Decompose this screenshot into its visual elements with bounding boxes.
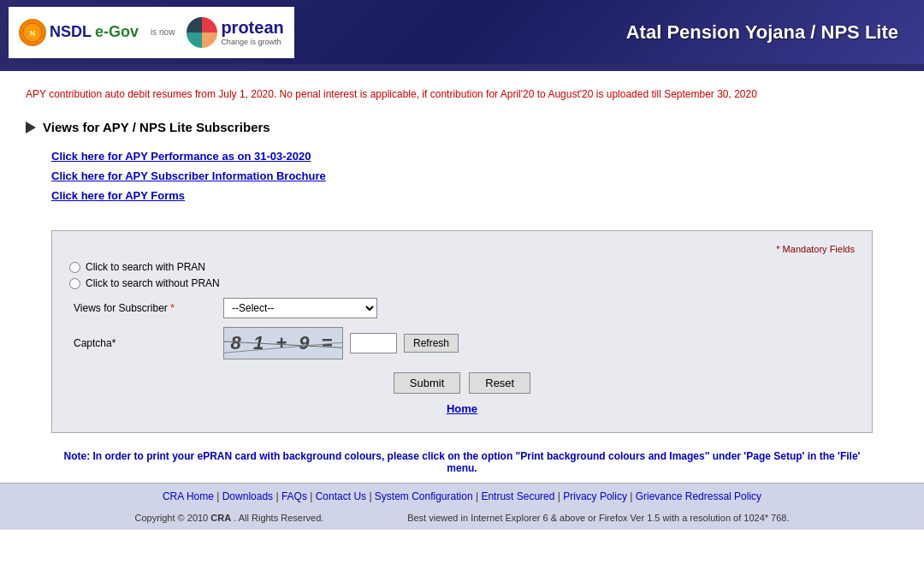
note-text: Note: In order to print your ePRAN card … [64,450,861,474]
subscriber-form: * Mandatory Fields Click to search with … [51,230,873,433]
footer-entrust[interactable]: Entrust Secured [481,490,554,502]
radio-pran-row: Click to search with PRAN [69,261,855,273]
protean-tagline: Change is growth [221,38,283,46]
footer-privacy[interactable]: Privacy Policy [563,490,627,502]
captcha-text: 8 1 + 9 = [231,332,336,354]
footer-grievance[interactable]: Grievance Redressal Policy [636,490,761,502]
reset-button[interactable]: Reset [469,372,530,394]
home-link[interactable]: Home [447,402,477,415]
footer-system-config[interactable]: System Configuration [375,490,473,502]
footer-copyright: Copyright © 2010 CRA . All Rights Reserv… [0,509,924,530]
footer-links: CRA Home | Downloads | FAQs | Contact Us… [0,483,924,509]
is-now-label: is now [151,27,175,37]
play-icon [26,122,36,134]
nsdl-logo: N NSDL e-Gov [19,19,139,46]
nsdl-label: NSDL [50,23,92,41]
radio-with-pran-label: Click to search with PRAN [86,261,205,273]
views-subscriber-label: Views for Subscriber * [69,302,223,314]
mandatory-note: * Mandatory Fields [69,244,855,254]
protean-logo: protean Change is growth [187,17,283,48]
protean-name: protean [221,18,283,38]
mandatory-star: * [168,302,175,314]
submit-button[interactable]: Submit [394,372,460,394]
section-title: Views for APY / NPS Lite Subscribers [43,120,270,134]
footer-cra-home[interactable]: CRA Home [163,490,214,502]
captcha-image: 8 1 + 9 = [223,327,343,359]
egov-label: e-Gov [95,23,139,41]
links-area: Click here for APY Performance as on 31-… [0,145,924,222]
captcha-box: 8 1 + 9 = Refresh [223,327,459,359]
note-box: Note: In order to print your ePRAN card … [0,442,924,483]
protean-circle-icon [187,17,217,48]
header-right: Atal Pension Yojana / NPS Lite [294,21,915,44]
copyright-prefix: Copyright © 2010 [134,513,208,523]
form-buttons: Submit Reset [69,372,855,394]
radio-with-pran[interactable] [69,262,80,273]
captcha-label: Captcha* [69,337,223,349]
radio-without-pran-label: Click to search without PRAN [86,277,220,289]
header: N NSDL e-Gov is now protean Change is gr… [0,0,924,64]
best-viewed: Best viewed in Internet Explorer 6 & abo… [407,513,789,523]
views-subscriber-row: Views for Subscriber * --Select-- Subscr… [69,298,855,318]
link-apy-performance[interactable]: Click here for APY Performance as on 31-… [51,150,873,163]
link-apy-brochure[interactable]: Click here for APY Subscriber Informatio… [51,169,873,182]
captcha-input[interactable] [350,333,397,353]
views-subscriber-select[interactable]: --Select-- Subscriber Details Transactio… [223,298,377,318]
refresh-button[interactable]: Refresh [404,334,459,353]
copyright-suffix: . All Rights Reserved. [234,513,323,523]
footer-faqs[interactable]: FAQs [281,490,307,502]
copyright-brand: CRA [210,513,231,523]
notice-text: APY contribution auto debit resumes from… [26,88,757,100]
logo-area: N NSDL e-Gov is now protean Change is gr… [9,7,294,58]
home-link-row: Home [69,402,855,415]
blue-stripe [0,64,924,71]
nsdl-logo-circle: N [19,19,46,46]
link-apy-forms[interactable]: Click here for APY Forms [51,189,873,202]
section-title-bar: Views for APY / NPS Lite Subscribers [0,113,924,141]
footer-contact[interactable]: Contact Us [316,490,366,502]
notice-bar: APY contribution auto debit resumes from… [13,80,911,109]
page-title: Atal Pension Yojana / NPS Lite [626,21,898,44]
protean-text: protean Change is growth [221,18,283,46]
captcha-row: Captcha* 8 1 + 9 = Refresh [69,327,855,359]
radio-no-pran-row: Click to search without PRAN [69,277,855,289]
svg-text:N: N [30,29,36,38]
footer-downloads[interactable]: Downloads [222,490,273,502]
radio-without-pran[interactable] [69,278,80,289]
